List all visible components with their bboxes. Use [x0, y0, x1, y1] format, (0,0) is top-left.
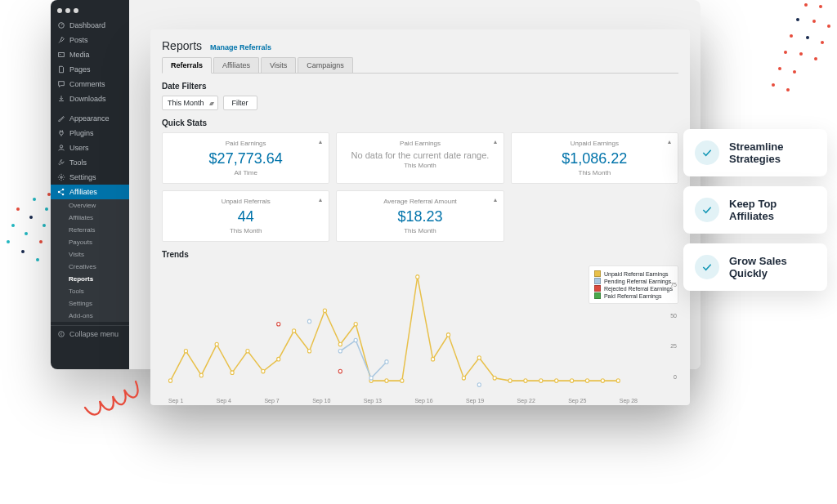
- sidebar-item-label: Comments: [69, 80, 105, 88]
- svg-point-44: [477, 383, 481, 387]
- wp-sidebar: DashboardPostsMediaPagesCommentsDownload…: [51, 0, 129, 369]
- sidebar-item-settings[interactable]: Settings: [51, 170, 129, 185]
- svg-point-14: [246, 349, 249, 353]
- svg-point-25: [416, 275, 419, 279]
- submenu-item-payouts[interactable]: Payouts: [51, 236, 129, 248]
- svg-point-6: [62, 189, 65, 191]
- tab-campaigns[interactable]: Campaigns: [298, 57, 353, 73]
- svg-point-2: [60, 54, 60, 55]
- feature-card-label: Streamline Strategies: [729, 140, 816, 165]
- submenu-item-affiliates[interactable]: Affiliates: [51, 212, 129, 224]
- submenu-item-tools[interactable]: Tools: [51, 285, 129, 297]
- expand-icon[interactable]: ▴: [494, 138, 497, 145]
- expand-icon[interactable]: ▴: [319, 196, 322, 203]
- submenu-item-visits[interactable]: Visits: [51, 248, 129, 261]
- legend-item: Unpaid Referral Earnings: [594, 270, 673, 277]
- decorative-squiggle: [82, 372, 155, 424]
- svg-point-28: [462, 376, 465, 380]
- svg-point-12: [215, 342, 218, 346]
- sidebar-item-dashboard[interactable]: Dashboard: [51, 18, 129, 33]
- submenu-item-settings[interactable]: Settings: [51, 297, 129, 310]
- feature-card-0: Streamline Strategies: [683, 129, 827, 176]
- svg-point-37: [601, 379, 604, 383]
- sidebar-item-plugins[interactable]: Plugins: [51, 126, 129, 140]
- svg-rect-1: [59, 53, 65, 57]
- svg-point-18: [307, 349, 311, 353]
- sidebar-item-downloads[interactable]: Downloads: [51, 91, 129, 106]
- sidebar-item-comments[interactable]: Comments: [51, 77, 129, 91]
- plug-icon: [57, 129, 65, 137]
- tab-affiliates[interactable]: Affiliates: [213, 57, 259, 73]
- svg-point-5: [58, 191, 60, 194]
- sidebar-item-media[interactable]: Media: [51, 47, 129, 62]
- media-icon: [57, 51, 65, 59]
- collapse-menu-button[interactable]: Collapse menu: [51, 325, 129, 340]
- expand-icon[interactable]: ▴: [668, 138, 671, 145]
- sidebar-item-users[interactable]: Users: [51, 140, 129, 155]
- select-arrows-icon: ▴▾: [209, 100, 213, 107]
- svg-point-31: [508, 379, 512, 383]
- submenu-item-overview[interactable]: Overview: [51, 199, 129, 212]
- svg-point-29: [477, 356, 481, 360]
- feature-card-2: Grow Sales Quickly: [683, 243, 827, 291]
- submenu-item-add-ons[interactable]: Add-ons: [51, 310, 129, 322]
- submenu-item-reports[interactable]: Reports: [51, 273, 129, 285]
- sidebar-item-label: Media: [69, 51, 90, 59]
- sidebar-item-label: Users: [69, 144, 89, 152]
- svg-point-15: [262, 369, 265, 373]
- collapse-icon: [57, 330, 65, 338]
- sidebar-item-affiliates[interactable]: Affiliates: [51, 185, 129, 199]
- expand-icon[interactable]: ▴: [319, 138, 322, 145]
- svg-point-23: [385, 379, 388, 383]
- sidebar-item-posts[interactable]: Posts: [51, 33, 129, 47]
- svg-point-45: [277, 322, 280, 326]
- stat-card-1: ▴Paid EarningsNo data for the current da…: [336, 132, 504, 184]
- card-subtitle: This Month: [518, 169, 671, 176]
- svg-point-3: [60, 145, 62, 148]
- svg-point-24: [401, 379, 404, 383]
- svg-point-20: [338, 342, 342, 346]
- card-title: Average Referral Amount: [343, 198, 496, 205]
- stat-card-4: ▴Average Referral Amount$18.23This Month: [336, 190, 504, 242]
- svg-point-32: [524, 379, 527, 383]
- date-filters-header: Date Filters: [162, 82, 678, 91]
- tab-visits[interactable]: Visits: [261, 57, 296, 73]
- quick-stats-header: Quick Stats: [162, 118, 678, 127]
- report-tabs: ReferralsAffiliatesVisitsCampaigns: [162, 57, 678, 74]
- sidebar-item-label: Settings: [69, 173, 96, 181]
- svg-point-30: [493, 376, 496, 380]
- decorative-dots-top: [739, 0, 837, 98]
- comment-icon: [57, 80, 65, 88]
- trends-chart: Unpaid Referral EarningsPending Referral…: [162, 265, 678, 396]
- window-controls: [57, 8, 78, 13]
- card-subtitle: This Month: [343, 162, 496, 169]
- date-range-value: This Month: [168, 99, 204, 107]
- card-value: $18.23: [343, 208, 496, 225]
- submenu-item-creatives[interactable]: Creatives: [51, 261, 129, 273]
- submenu-item-referrals[interactable]: Referrals: [51, 224, 129, 236]
- pin-icon: [57, 36, 65, 44]
- tab-referrals[interactable]: Referrals: [162, 57, 212, 74]
- svg-point-39: [307, 319, 311, 323]
- sidebar-item-label: Posts: [69, 36, 88, 44]
- svg-point-13: [231, 371, 234, 375]
- check-icon: [695, 140, 719, 165]
- sidebar-item-appearance[interactable]: Appearance: [51, 111, 129, 126]
- filter-button[interactable]: Filter: [223, 96, 257, 110]
- date-range-select[interactable]: This Month ▴▾: [162, 96, 218, 110]
- card-value: 44: [169, 208, 322, 225]
- card-value: $1,086.22: [518, 150, 671, 167]
- svg-point-46: [338, 369, 342, 373]
- expand-icon[interactable]: ▴: [494, 196, 497, 203]
- svg-point-34: [555, 379, 558, 383]
- sidebar-item-label: Downloads: [69, 95, 106, 103]
- sidebar-item-pages[interactable]: Pages: [51, 62, 129, 77]
- gear-icon: [57, 173, 65, 181]
- svg-point-21: [354, 322, 357, 326]
- svg-point-8: [59, 331, 65, 337]
- manage-referrals-link[interactable]: Manage Referrals: [210, 43, 271, 51]
- svg-point-42: [369, 376, 373, 380]
- sidebar-item-label: Tools: [69, 158, 87, 167]
- sidebar-item-tools[interactable]: Tools: [51, 155, 129, 170]
- svg-point-11: [199, 373, 203, 377]
